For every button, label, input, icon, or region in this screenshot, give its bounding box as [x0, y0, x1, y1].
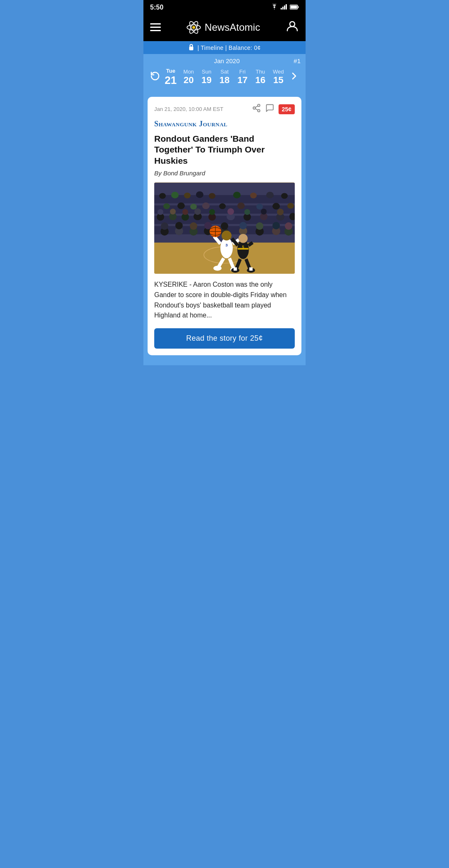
svg-point-27 [159, 193, 166, 199]
svg-point-30 [196, 191, 203, 198]
svg-point-37 [178, 202, 185, 209]
svg-point-42 [257, 204, 263, 209]
svg-point-31 [209, 193, 215, 199]
logo-container: NewsAtomic [186, 20, 260, 35]
svg-point-29 [184, 192, 191, 198]
svg-point-41 [237, 202, 245, 209]
svg-rect-2 [284, 5, 285, 10]
calendar-top-row: Jan 2020 #1 [148, 57, 301, 64]
user-profile-button[interactable] [286, 19, 299, 35]
sub-header: | Timeline | Balance: 0¢ [143, 41, 306, 54]
signal-icon [281, 4, 287, 11]
article-actions: 25¢ [252, 103, 295, 115]
svg-point-43 [272, 203, 280, 209]
svg-point-56 [227, 208, 234, 215]
article-image: 3 [154, 182, 295, 274]
svg-line-17 [255, 106, 258, 108]
svg-point-69 [190, 222, 197, 230]
svg-point-67 [175, 222, 183, 229]
svg-point-58 [244, 209, 250, 215]
svg-point-34 [266, 192, 274, 198]
svg-line-16 [255, 109, 258, 111]
calendar-day-fri17[interactable]: Fri 17 [234, 69, 252, 86]
svg-point-46 [158, 209, 163, 215]
svg-point-33 [250, 192, 257, 198]
svg-point-38 [190, 204, 197, 209]
svg-point-83 [222, 231, 232, 241]
comment-button[interactable] [265, 103, 274, 115]
calendar-rank: #1 [294, 57, 301, 64]
article-date: Jan 21, 2020, 10:00 AM EST [154, 106, 223, 112]
header: NewsAtomic [143, 15, 306, 41]
svg-point-71 [204, 222, 212, 229]
read-story-button[interactable]: Read the story for 25¢ [154, 328, 295, 349]
calendar-day-wed15[interactable]: Wed 15 [269, 69, 287, 86]
svg-point-40 [219, 203, 226, 209]
svg-point-77 [256, 222, 264, 230]
content-area: Jan 21, 2020, 10:00 AM EST [143, 92, 306, 365]
share-button[interactable] [252, 103, 261, 115]
svg-point-65 [161, 222, 168, 230]
battery-icon [290, 4, 299, 11]
svg-point-52 [194, 208, 201, 215]
svg-point-81 [285, 222, 292, 230]
price-badge[interactable]: 25¢ [279, 104, 295, 114]
svg-point-62 [277, 209, 284, 215]
calendar-day-thu16[interactable]: Thu 16 [252, 69, 269, 86]
calendar-days: Tue 21 Mon 20 Sun 19 Sat 18 Fri 17 Thu 1… [148, 68, 301, 87]
refresh-button[interactable] [148, 71, 162, 84]
logo-text: NewsAtomic [205, 22, 260, 33]
svg-point-35 [281, 193, 288, 199]
status-icons [271, 4, 299, 11]
article-author: By Bond Brungard [154, 170, 295, 177]
svg-point-79 [272, 222, 280, 229]
svg-point-48 [170, 209, 176, 214]
calendar-day-sun19[interactable]: Sun 19 [197, 69, 215, 86]
atom-icon [186, 20, 201, 35]
svg-point-50 [183, 209, 188, 215]
svg-point-44 [287, 203, 294, 209]
calendar-day-sat18[interactable]: Sat 18 [215, 69, 233, 86]
calendar-day-tue21[interactable]: Tue 21 [162, 68, 180, 87]
calendar-month: Jan 2020 [160, 57, 294, 64]
calendar-day-mon20[interactable]: Mon 20 [180, 69, 197, 86]
svg-rect-6 [298, 6, 299, 8]
publication-name[interactable]: Shawangunk Journal [154, 120, 295, 128]
article-card: Jan 21, 2020, 10:00 AM EST [148, 97, 301, 355]
article-meta: Jan 21, 2020, 10:00 AM EST [154, 103, 295, 115]
hamburger-menu-button[interactable] [150, 23, 161, 31]
svg-text:3: 3 [225, 243, 228, 247]
svg-point-89 [213, 266, 222, 270]
svg-point-96 [239, 234, 248, 243]
calendar-next-button[interactable] [287, 71, 301, 83]
svg-text:5: 5 [242, 245, 244, 249]
sub-header-text: | Timeline | Balance: 0¢ [197, 44, 261, 51]
svg-point-36 [163, 203, 170, 209]
status-time: 5:50 [150, 4, 163, 11]
wifi-icon [271, 4, 278, 11]
lock-icon [188, 44, 194, 52]
svg-rect-1 [282, 7, 284, 10]
svg-point-32 [233, 192, 241, 198]
svg-point-82 [220, 238, 233, 258]
svg-point-39 [202, 202, 210, 209]
svg-point-73 [221, 222, 228, 230]
article-title: Rondout Ganders 'Band Together' To Trium… [154, 133, 295, 166]
svg-point-54 [209, 209, 215, 215]
svg-rect-0 [281, 8, 282, 10]
svg-point-75 [239, 222, 247, 229]
svg-rect-12 [189, 47, 193, 50]
calendar-header: Jan 2020 #1 Tue 21 Mon 20 Sun 19 Sat 18 … [143, 54, 306, 92]
svg-rect-5 [291, 6, 297, 9]
status-bar: 5:50 [143, 0, 306, 15]
svg-point-11 [290, 22, 295, 27]
svg-point-28 [171, 192, 179, 198]
svg-rect-3 [286, 4, 287, 10]
svg-rect-105 [249, 267, 253, 270]
svg-point-60 [261, 209, 266, 214]
svg-rect-104 [234, 267, 237, 270]
svg-point-10 [192, 26, 195, 29]
article-excerpt: KYSERIKE - Aaron Coston was the only Gan… [154, 280, 295, 321]
